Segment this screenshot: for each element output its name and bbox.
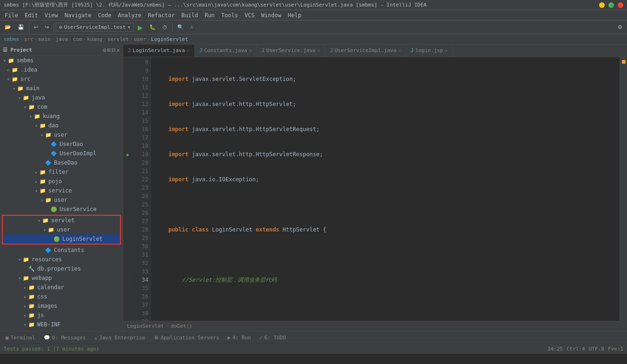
tree-basedao[interactable]: 🔷 BaseDao [0, 158, 123, 167]
bc-smbms[interactable]: smbms [4, 36, 19, 42]
menu-view[interactable]: View [42, 11, 61, 20]
bc-kuang[interactable]: kuang [87, 36, 102, 42]
tree-css[interactable]: ▸ 📁 css [0, 292, 123, 301]
tree-webinf[interactable]: ▾ 📁 WEB-INF [0, 320, 123, 329]
bottom-tab-terminal[interactable]: ▣ Terminal [2, 334, 39, 342]
tree-images[interactable]: ▸ 📁 images [0, 301, 123, 311]
menu-vcs[interactable]: VCS [242, 11, 258, 20]
menu-run[interactable]: Run [202, 11, 218, 20]
tree-userdao[interactable]: 🔷 UserDao [0, 139, 123, 149]
maximize-button[interactable] [608, 2, 614, 8]
tree-userdaoimpl[interactable]: 🔷 UserDaoImpl [0, 149, 123, 158]
code-editor[interactable]: ▶ ▶ [123, 57, 627, 321]
tree-src[interactable]: ▾ 📁 src [0, 74, 123, 84]
sidebar-close-icon[interactable]: ✕ [116, 46, 120, 53]
tree-filter[interactable]: ▸ 📁 filter [0, 167, 123, 177]
menu-refactor[interactable]: Refactor [145, 11, 178, 20]
tree-pojo[interactable]: ▸ 📁 pojo [0, 177, 123, 186]
menu-navigate[interactable]: Navigate [62, 11, 94, 20]
menu-edit[interactable]: Edit [22, 11, 41, 20]
menu-file[interactable]: File [2, 11, 21, 20]
toolbar-settings-btn[interactable]: ⚙ [615, 23, 625, 31]
tree-resources[interactable]: ▾ 📁 resources [0, 255, 123, 264]
tree-java[interactable]: ▾ 📁 java [0, 93, 123, 102]
bc-loginservlet[interactable]: LoginServlet [151, 36, 188, 42]
messages-label: 0: Messages [52, 335, 86, 341]
close-button[interactable] [618, 2, 623, 8]
bottom-tab-app-servers[interactable]: 🖥 Application Servers [150, 334, 223, 342]
tab-userservice[interactable]: J UserService.java ✕ [257, 45, 325, 57]
bc-com[interactable]: com [73, 36, 82, 42]
toolbar-open-btn[interactable]: 📂 [2, 23, 14, 31]
toolbar-search-btn[interactable]: 🔍 [174, 23, 187, 31]
run-config-selector[interactable]: ⚙ UserServiceImpl.test ▾ [56, 23, 134, 32]
debug-button[interactable]: 🐛 [147, 23, 159, 31]
tree-webapp[interactable]: ▾ 📁 webapp [0, 273, 123, 283]
arrow-js: ▸ [22, 312, 28, 318]
tab-loginjsp[interactable]: J login.jsp ✕ [406, 45, 453, 57]
minimize-button[interactable] [599, 2, 605, 8]
tree-js[interactable]: ▸ 📁 js [0, 311, 123, 320]
folder-dao-icon: 📁 [39, 122, 47, 129]
menu-code[interactable]: Code [95, 11, 114, 20]
run-button[interactable]: ▶ [135, 23, 146, 32]
tests-bar: Tests passed: 1 (7 minutes ago) 34:25 Ct… [0, 344, 627, 354]
tree-com[interactable]: ▾ 📁 com [0, 102, 123, 112]
tab-close-userserviceimpl[interactable]: ✕ [398, 48, 401, 53]
tab-close-constants[interactable]: ✕ [249, 48, 252, 53]
folder-js-icon: 📁 [28, 311, 35, 319]
bc-java[interactable]: java [55, 36, 68, 42]
bc-main[interactable]: main [38, 36, 51, 42]
toolbar-vcs-btn[interactable]: ⑃ [187, 24, 196, 31]
menu-help[interactable]: Help [285, 11, 304, 20]
tree-user-dao-folder[interactable]: ▾ 📁 user [0, 130, 123, 139]
linenum-34: 34 [133, 276, 148, 284]
editor-bc-loginservlet[interactable]: LoginServlet [127, 323, 164, 329]
tree-idea[interactable]: ▸ 📁 .idea [0, 65, 123, 74]
tab-close-userservice[interactable]: ✕ [317, 48, 320, 53]
tree-user-service-folder[interactable]: ▾ 📁 user [0, 195, 123, 205]
tree-dao[interactable]: ▾ 📁 dao [0, 121, 123, 130]
tree-servlet[interactable]: ▾ 📁 servlet [3, 216, 120, 225]
editor-bc-doget[interactable]: doGet() [171, 323, 192, 329]
bottom-tab-java-enterprise[interactable]: ☕ Java Enterprise [90, 334, 149, 342]
code-content[interactable]: import javax.servlet.ServletException; i… [151, 57, 620, 321]
sidebar-collapse-icon[interactable]: ⊟ [112, 46, 115, 53]
tab-close-loginservlet[interactable]: ✕ [187, 48, 190, 53]
tree-user-servlet-folder[interactable]: ▾ 📁 user [3, 225, 120, 234]
menu-analyze[interactable]: Analyze [115, 11, 144, 20]
linenum-30: 30 [133, 242, 148, 251]
tab-loginservlet[interactable]: J LoginServlet.java ✕ [123, 45, 195, 57]
bottom-tab-todo[interactable]: ✓ 6: TODO [256, 334, 290, 342]
toolbar-redo-btn[interactable]: ↪ [42, 23, 52, 31]
tree-service[interactable]: ▾ 📁 service [0, 186, 123, 195]
tree-label-filter: filter [48, 169, 68, 175]
bc-servlet[interactable]: servlet [107, 36, 129, 42]
gutter-20 [123, 159, 133, 167]
line-14: public class LoginServlet extends HttpSe… [155, 225, 620, 234]
tab-userserviceimpl[interactable]: J UserServiceImpl.java ✕ [325, 45, 406, 57]
sidebar-expand-icon[interactable]: ⊞ [107, 46, 111, 53]
tab-close-loginjsp[interactable]: ✕ [445, 48, 448, 53]
menu-tools[interactable]: Tools [219, 11, 241, 20]
tree-userservice[interactable]: 🟢 UserService [0, 205, 123, 214]
tree-main[interactable]: ▾ 📁 main [0, 84, 123, 93]
tab-constants[interactable]: J Constants.java ✕ [195, 45, 257, 57]
tree-kuang[interactable]: ▾ 📁 kuang [0, 112, 123, 121]
bc-user[interactable]: user [134, 36, 147, 42]
profile-button[interactable]: ⏱ [160, 24, 170, 31]
bc-src[interactable]: src [24, 36, 33, 42]
bottom-tab-run[interactable]: ▶ 4: Run [224, 334, 254, 342]
menu-window[interactable]: Window [258, 11, 284, 20]
toolbar-undo-btn[interactable]: ↩ [31, 23, 41, 31]
tree-smbms[interactable]: ▾ 📁 smbms [0, 56, 123, 65]
tree-loginservlet[interactable]: 🟢 LoginServlet [3, 234, 120, 244]
tree-webxml[interactable]: 🗒 web.xml [0, 329, 123, 331]
sidebar-gear-icon[interactable]: ⚙ [103, 46, 107, 53]
tree-calendar[interactable]: ▸ 📁 calendar [0, 283, 123, 292]
tree-dbprops[interactable]: 🔧 db.properties [0, 264, 123, 273]
tree-constants[interactable]: 🔷 Constants [0, 245, 123, 255]
toolbar-save-btn[interactable]: 💾 [15, 23, 27, 31]
menu-build[interactable]: Build [179, 11, 201, 20]
bottom-tab-messages[interactable]: 💬 0: Messages [40, 334, 90, 342]
